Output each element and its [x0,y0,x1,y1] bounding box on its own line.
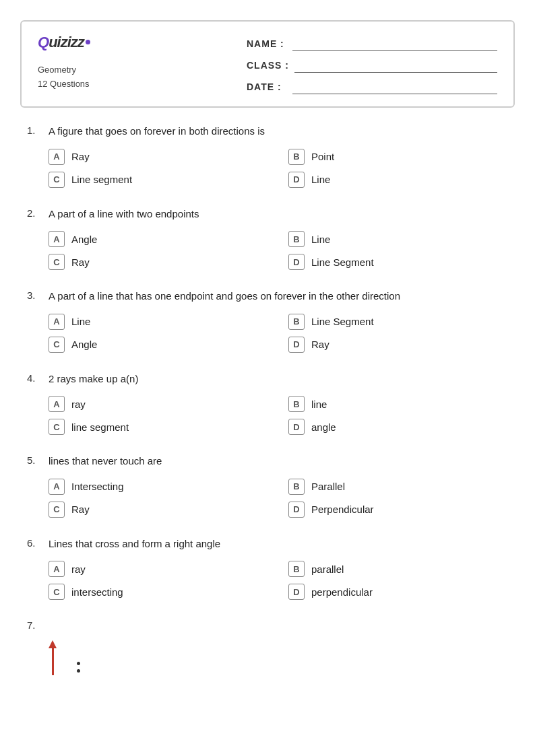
questions-area: 1. A figure that goes on forever in both… [20,124,515,675]
option-text-4c: line segment [71,421,129,433]
question-1-number: 1. [27,124,49,136]
option-text-2d: Line Segment [311,256,374,268]
option-letter-1a: A [49,149,65,165]
option-5b: B Parallel [288,479,508,495]
class-label: CLASS : [247,60,289,71]
option-text-6c: intersecting [71,586,123,598]
question-4-row: 4. 2 rays make up a(n) [27,372,508,387]
header-box: Quizizz Geometry 12 Questions NAME : CLA… [20,20,515,108]
date-label: DATE : [247,81,287,92]
option-letter-4b: B [288,396,305,412]
question-3-text: A part of a line that has one endpoint a… [49,289,400,304]
arrow-shaft [52,648,54,675]
question-2-row: 2. A part of a line with two endpoints [27,207,508,222]
header-left: Quizizz Geometry 12 Questions [38,34,247,92]
date-input[interactable] [292,79,497,94]
option-text-1d: Line [311,174,330,185]
question-5-options: A Intersecting B Parallel C Ray D Perpen… [27,479,508,518]
header-meta: Geometry 12 Questions [38,63,247,92]
option-letter-6c: C [49,584,65,600]
dot-1 [77,662,80,665]
option-text-2a: Angle [71,234,97,245]
option-4b: B line [288,396,508,412]
option-letter-1b: B [288,149,305,165]
question-7-visual [27,640,508,675]
arrow-head [49,640,57,648]
option-letter-4c: C [49,419,65,435]
name-label: NAME : [247,38,287,49]
question-6-row: 6. Lines that cross and form a right ang… [27,537,508,552]
question-7-number: 7. [27,619,49,631]
option-letter-1d: D [288,172,305,188]
question-1: 1. A figure that goes on forever in both… [27,124,508,188]
dot-2 [77,669,80,673]
option-5a: A Intersecting [49,479,268,495]
question-1-text: A figure that goes on forever in both di… [49,124,265,139]
question-1-row: 1. A figure that goes on forever in both… [27,124,508,139]
option-1a: A Ray [49,149,268,165]
date-field-row: DATE : [247,79,497,94]
question-2-text: A part of a line with two endpoints [49,207,199,222]
option-letter-5b: B [288,479,305,495]
option-letter-2c: C [49,254,65,270]
option-text-4d: angle [311,421,336,433]
option-3d: D Ray [288,337,508,353]
question-1-options: A Ray B Point C Line segment D Line [27,149,508,188]
option-letter-4d: D [288,419,305,435]
option-text-3d: Ray [311,339,329,350]
option-2a: A Angle [49,231,268,247]
option-text-1b: Point [311,151,334,162]
question-5-row: 5. lines that never touch are [27,454,508,469]
option-letter-3a: A [49,314,65,330]
option-text-2b: Line [311,234,330,245]
option-letter-2b: B [288,231,305,247]
option-2c: C Ray [49,254,268,270]
option-text-5c: Ray [71,504,90,515]
question-5: 5. lines that never touch are A Intersec… [27,454,508,518]
dot-group [77,662,80,675]
option-5c: C Ray [49,502,268,518]
option-1b: B Point [288,149,508,165]
question-7-row: 7. [27,619,508,631]
option-text-3b: Line Segment [311,316,374,327]
option-letter-3b: B [288,314,305,330]
logo: Quizizz [38,34,247,51]
option-5d: D Perpendicular [288,502,508,518]
quiz-title: Geometry [38,63,247,77]
name-input[interactable] [292,36,497,51]
option-4d: D angle [288,419,508,435]
question-2-options: A Angle B Line C Ray D Line Segment [27,231,508,270]
logo-q: Q [38,34,49,51]
option-1d: D Line [288,172,508,188]
question-6-number: 6. [27,537,49,549]
option-6b: B parallel [288,561,508,577]
option-text-6b: parallel [311,563,344,575]
question-4: 4. 2 rays make up a(n) A ray B line C li… [27,372,508,436]
option-6d: D perpendicular [288,584,508,600]
logo-dot [86,40,90,44]
option-6a: A ray [49,561,268,577]
class-input[interactable] [294,58,497,73]
option-text-5b: Parallel [311,481,345,492]
option-text-2c: Ray [71,256,90,268]
question-3: 3. A part of a line that has one endpoin… [27,289,508,353]
option-text-1c: Line segment [71,174,132,185]
option-letter-2a: A [49,231,65,247]
option-text-3c: Angle [71,339,97,350]
option-1c: C Line segment [49,172,268,188]
option-text-1a: Ray [71,151,90,162]
question-2-number: 2. [27,207,49,219]
option-letter-6b: B [288,561,305,577]
question-3-row: 3. A part of a line that has one endpoin… [27,289,508,304]
question-4-text: 2 rays make up a(n) [49,372,138,387]
question-2: 2. A part of a line with two endpoints A… [27,207,508,271]
option-letter-1c: C [49,172,65,188]
option-3c: C Angle [49,337,268,353]
option-2d: D Line Segment [288,254,508,270]
question-6: 6. Lines that cross and form a right ang… [27,537,508,600]
option-text-5d: Perpendicular [311,504,374,515]
header-fields: NAME : CLASS : DATE : [247,34,497,94]
option-text-5a: Intersecting [71,481,124,492]
option-letter-5c: C [49,502,65,518]
option-letter-3c: C [49,337,65,353]
